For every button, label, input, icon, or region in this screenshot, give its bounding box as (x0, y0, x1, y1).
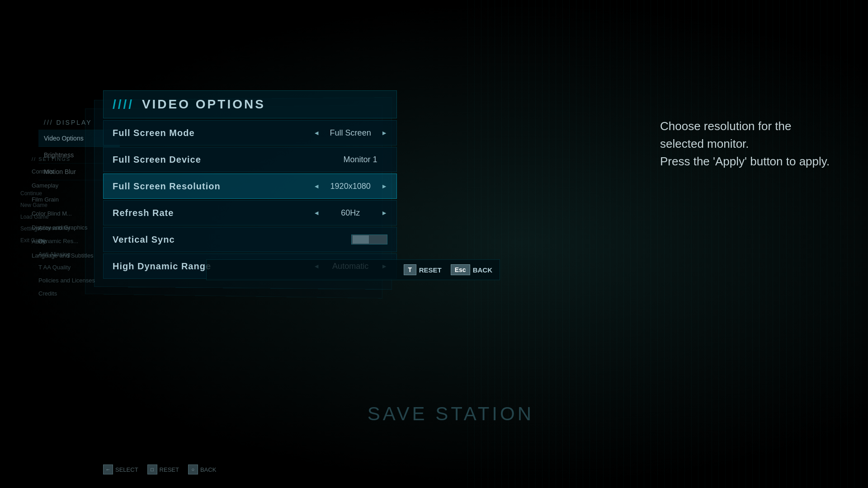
ctrl-back-icon: ○ (188, 465, 198, 474)
video-options-panel: //// VIDEO OPTIONS Full Screen Mode ◄ Fu… (103, 90, 397, 280)
panel-title-text: VIDEO OPTIONS (142, 97, 265, 111)
arrow-left-icon: ◄ (313, 129, 320, 136)
back-button[interactable]: Esc BACK (451, 264, 492, 275)
ctrl-select-icon: ← (103, 465, 113, 474)
save-station-label: Save Station (368, 403, 534, 425)
resolution-arrow-right-icon: ► (381, 183, 387, 190)
arrow-right-icon: ► (381, 129, 387, 136)
lower-ghost-item-5: Credits (34, 287, 124, 300)
high-dynamic-range-label: High Dynamic Range (113, 261, 211, 272)
description-panel: Choose resolution for theselected monito… (660, 117, 832, 170)
ctrl-select-label: SELECT (115, 466, 138, 473)
full-screen-device-row[interactable]: Full Screen Device Monitor 1 (103, 147, 397, 172)
refresh-rate-row[interactable]: Refresh Rate ◄ 60Hz ► (103, 200, 397, 225)
full-screen-resolution-label: Full Screen Resolution (113, 181, 221, 192)
bottom-action-bar: T RESET Esc BACK (206, 259, 500, 280)
panel-title: //// VIDEO OPTIONS (103, 90, 397, 118)
controller-hint-bar: ← SELECT □ RESET ○ BACK (103, 465, 216, 474)
ctrl-reset-icon: □ (147, 465, 157, 474)
full-screen-device-label: Full Screen Device (113, 155, 201, 165)
refresh-arrow-left-icon: ◄ (313, 209, 320, 216)
ctrl-reset: □ RESET (147, 465, 179, 474)
vertical-sync-toggle[interactable] (351, 235, 387, 244)
refresh-rate-label: Refresh Rate (113, 208, 174, 218)
reset-button[interactable]: T RESET (404, 264, 442, 275)
reset-key-icon: T (404, 264, 416, 275)
ctrl-back-label: BACK (200, 466, 216, 473)
full-screen-resolution-row[interactable]: Full Screen Resolution ◄ 868x488 ► (103, 174, 397, 199)
full-screen-resolution-value: ◄ 868x488 ► (313, 182, 387, 191)
resolution-arrow-left-icon: ◄ (313, 183, 320, 190)
full-screen-device-text: Monitor 1 (333, 155, 387, 164)
refresh-arrow-right-icon: ► (381, 209, 387, 216)
full-screen-device-value: Monitor 1 (333, 155, 387, 164)
full-screen-mode-text: Full Screen (323, 128, 377, 138)
ctrl-reset-label: RESET (160, 466, 179, 473)
reset-label: RESET (419, 266, 442, 274)
main-menu-ghost-item-0: Continue (16, 188, 97, 199)
title-slashes: //// (113, 97, 134, 111)
toggle-knob (353, 235, 369, 244)
back-key-icon: Esc (451, 264, 470, 275)
main-menu-ghost-item-1: New Game (16, 199, 97, 211)
full-screen-mode-value: ◄ Full Screen ► (313, 128, 387, 138)
vertical-sync-label: Vertical Sync (113, 235, 175, 245)
ctrl-select: ← SELECT (103, 465, 138, 474)
ctrl-back: ○ BACK (188, 465, 216, 474)
vertical-sync-value (351, 235, 387, 244)
description-text: Choose resolution for theselected monito… (660, 117, 832, 170)
back-label: BACK (473, 266, 492, 274)
full-screen-mode-label: Full Screen Mode (113, 128, 195, 138)
refresh-rate-value: ◄ 60Hz ► (313, 208, 387, 218)
vertical-sync-row[interactable]: Vertical Sync (103, 227, 397, 252)
full-screen-resolution-text: 868x488 (323, 182, 377, 191)
full-screen-mode-row[interactable]: Full Screen Mode ◄ Full Screen ► (103, 120, 397, 145)
refresh-rate-text: 60Hz (323, 208, 377, 218)
